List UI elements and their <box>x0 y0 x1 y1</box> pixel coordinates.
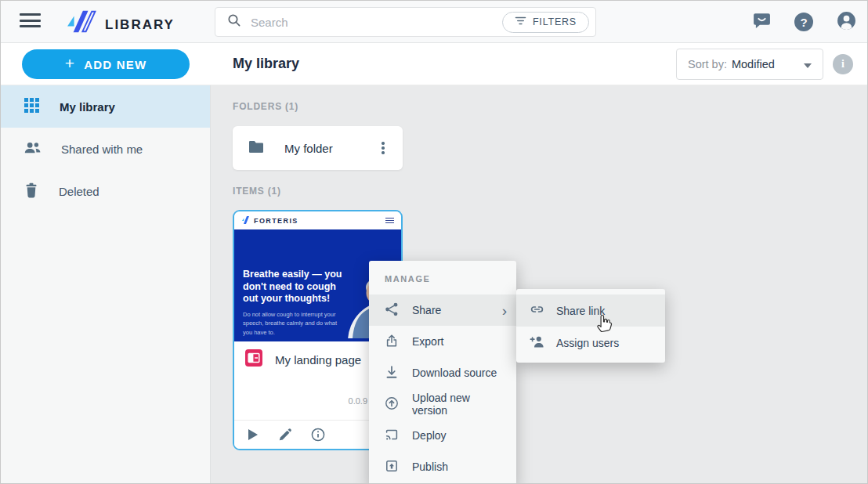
menu-item-label: Share <box>412 304 441 316</box>
deploy-cast-icon <box>385 428 399 444</box>
sort-dropdown[interactable]: Sort by: Modified <box>676 49 823 80</box>
play-icon <box>247 428 259 441</box>
sidebar-item-label: Shared with me <box>61 143 143 156</box>
sidebar-item-my-library[interactable]: My library <box>1 85 210 128</box>
filters-button[interactable]: FILTERS <box>502 12 589 33</box>
menu-item-share[interactable]: Share › <box>369 294 516 326</box>
person-add-icon <box>530 334 544 351</box>
manage-context-menu: MANAGE Share › <box>369 261 516 484</box>
preview-body-text: Do not allow cough to interrupt your spe… <box>243 310 343 337</box>
sidebar-item-shared-with-me[interactable]: Shared with me <box>1 128 210 170</box>
library-app-window: Library FILTERS <box>0 0 868 484</box>
help-icon: ? <box>794 13 813 31</box>
menu-item-deploy[interactable]: Deploy <box>369 420 516 451</box>
logo-mark-icon <box>65 8 98 38</box>
sidebar-item-label: Deleted <box>59 185 99 198</box>
grid-icon <box>24 98 39 115</box>
search-input[interactable] <box>251 16 502 29</box>
folder-card[interactable]: My folder <box>233 126 403 170</box>
action-bar: + ADD NEW My library Sort by: Modified i <box>1 43 868 85</box>
menu-item-label: Publish <box>412 461 448 473</box>
cursor-hand-icon <box>595 312 613 337</box>
item-info-button[interactable] <box>311 428 325 442</box>
menu-item-upload-new-version[interactable]: Upload new version <box>369 388 516 420</box>
folder-kebab-menu-icon[interactable] <box>374 138 392 158</box>
items-section-header: ITEMS (1) <box>233 186 281 197</box>
search-icon <box>227 13 241 31</box>
submenu-item-label: Assign users <box>556 337 619 349</box>
sidebar-item-deleted[interactable]: Deleted <box>1 170 210 212</box>
item-version: 0.0.9 <box>234 396 367 406</box>
folder-icon <box>248 140 264 157</box>
share-icon <box>385 302 399 319</box>
plus-icon: + <box>65 54 75 73</box>
sidebar: My library Shared with me <box>1 85 211 484</box>
app-logo[interactable]: Library <box>65 8 175 38</box>
info-button[interactable]: i <box>833 54 853 74</box>
submenu-item-share-link[interactable]: Share link <box>516 294 665 327</box>
account-button[interactable] <box>836 12 856 32</box>
preview-brand-name: FORTERIS <box>254 217 298 225</box>
pencil-icon <box>278 428 292 442</box>
add-new-button[interactable]: + ADD NEW <box>22 49 190 79</box>
landing-page-icon <box>245 349 262 370</box>
people-icon <box>24 141 41 157</box>
preview-brand-icon <box>241 214 250 228</box>
preview-hamburger-icon <box>385 216 394 225</box>
menu-item-label: Export <box>412 335 443 348</box>
add-new-label: ADD NEW <box>84 58 146 71</box>
chevron-down-icon <box>804 63 812 68</box>
menu-item-label: Deploy <box>412 429 447 442</box>
publish-icon <box>385 459 399 475</box>
menu-item-label: Download source <box>412 367 497 379</box>
preview-heading: Breathe easily — you don't need to cough… <box>243 269 353 305</box>
folders-section-header: FOLDERS (1) <box>233 101 298 112</box>
item-title: My landing page <box>275 353 361 367</box>
top-bar: Library FILTERS <box>1 1 868 43</box>
menu-section-header: MANAGE <box>369 261 516 294</box>
submenu-item-assign-users[interactable]: Assign users <box>516 327 665 359</box>
preview-header: FORTERIS <box>234 211 401 229</box>
feedback-bubble-icon <box>752 11 772 33</box>
chevron-right-icon: › <box>502 303 507 318</box>
topbar-actions: ? <box>751 12 856 32</box>
menu-item-label: Upload new version <box>412 392 507 417</box>
sort-label: Sort by: <box>688 58 727 70</box>
menu-hamburger-icon[interactable] <box>20 13 43 31</box>
export-icon <box>385 334 399 350</box>
filters-label: FILTERS <box>533 16 577 27</box>
sidebar-item-label: My library <box>60 100 115 114</box>
info-circle-icon <box>311 428 325 442</box>
menu-item-publish[interactable]: Publish <box>369 451 516 482</box>
page-title: My library <box>233 56 299 72</box>
link-icon <box>530 302 544 319</box>
sort-value: Modified <box>732 58 775 70</box>
help-button[interactable]: ? <box>794 12 814 32</box>
info-icon: i <box>841 58 844 70</box>
account-icon <box>837 11 856 33</box>
share-submenu: Share link Assign users <box>516 289 665 363</box>
menu-item-download-source[interactable]: Download source <box>369 357 516 388</box>
filter-icon <box>515 16 526 28</box>
preview-play-button[interactable] <box>245 428 259 442</box>
download-icon <box>385 365 399 381</box>
folder-name: My folder <box>284 142 333 155</box>
menu-item-export[interactable]: Export <box>369 326 516 357</box>
trash-icon <box>24 182 38 200</box>
upload-version-icon <box>385 396 399 413</box>
feedback-button[interactable] <box>751 12 772 32</box>
search-bar: FILTERS <box>215 7 596 37</box>
app-title: Library <box>105 12 175 34</box>
edit-button[interactable] <box>278 428 292 442</box>
